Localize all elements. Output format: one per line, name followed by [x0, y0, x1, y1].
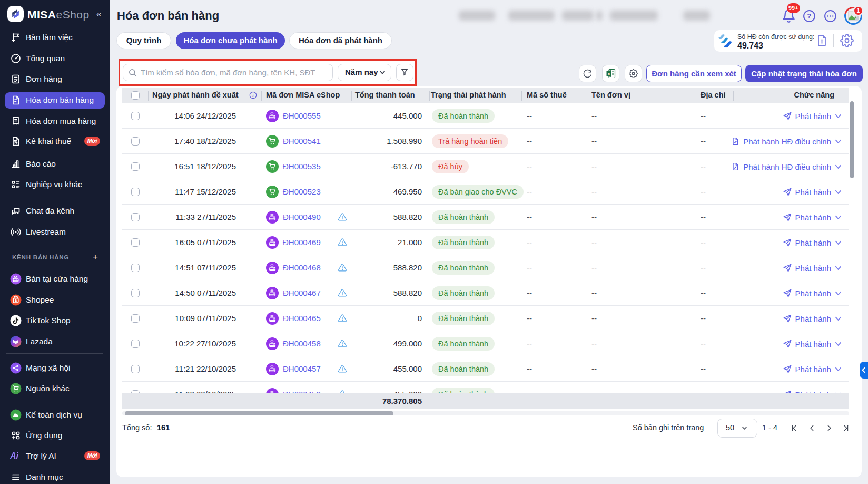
svg-text:?: ?	[807, 12, 811, 20]
svg-text:X: X	[607, 72, 610, 76]
svg-text:i: i	[252, 93, 254, 98]
